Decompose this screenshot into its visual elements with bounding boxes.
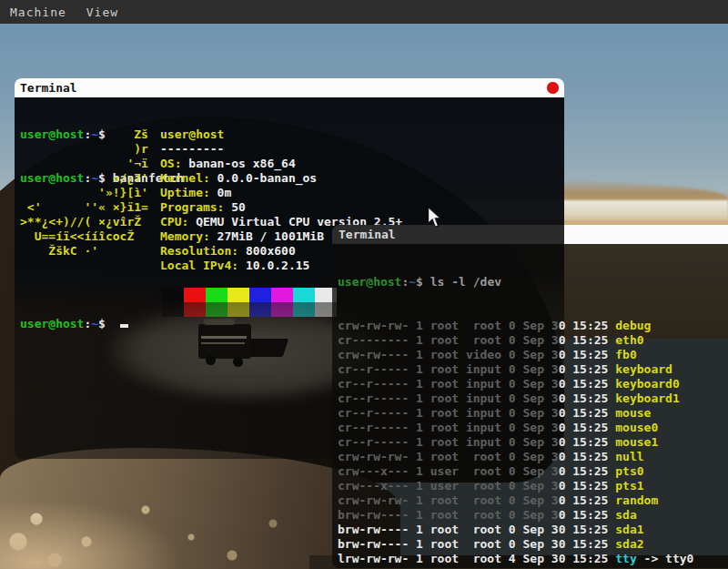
ls-row: brw-rw---- 1 root root 0 Sep 30 15:25 sd… <box>338 523 728 537</box>
fetch-info-line: user@host <box>160 127 402 142</box>
terminal-ls-titlebar[interactable]: Terminal <box>332 225 728 244</box>
ls-row: cr--r----- 1 root input 0 Sep 30 15:25 k… <box>338 362 728 377</box>
terminal-ls-title: Terminal <box>339 228 396 241</box>
palette-row <box>162 302 337 317</box>
vm-menu-bar: Machine View <box>0 0 728 24</box>
fetch-info-line: --------- <box>160 142 402 157</box>
ls-row: lrw-rw-rw- 1 root root 4 Sep 30 15:25 tt… <box>338 552 728 566</box>
wallpaper-light-patch <box>0 499 182 569</box>
terminal-fetch-title: Terminal <box>20 81 77 95</box>
palette-swatch <box>271 302 293 317</box>
menu-machine[interactable]: Machine <box>0 5 76 19</box>
fetch-ascii-art: Zš )r '¬ï «/¿7' '»!}[ì' <' ''« ×}ï1= >**… <box>20 127 148 259</box>
ls-row: cr--r----- 1 root input 0 Sep 30 15:25 k… <box>338 377 728 391</box>
ls-row: crw-rw-rw- 1 root root 0 Sep 30 15:25 de… <box>338 319 728 333</box>
terminal-ls-screen[interactable]: user@host:~$ ls -l /dev crw-rw-rw- 1 roo… <box>332 244 728 568</box>
ls-row: cr--r----- 1 root input 0 Sep 30 15:25 m… <box>338 421 728 435</box>
ls-row: cr--r----- 1 root input 0 Sep 30 15:25 m… <box>338 406 728 421</box>
terminal-window-ls[interactable]: Terminal user@host:~$ ls -l /dev crw-rw-… <box>332 225 728 566</box>
ls-row: cr--r----- 1 root input 0 Sep 30 15:25 k… <box>338 391 728 406</box>
palette-swatch <box>184 302 206 317</box>
palette-swatch <box>293 288 315 302</box>
ls-row: cr--r----- 1 root input 0 Sep 30 15:25 m… <box>338 435 728 450</box>
palette-swatch <box>162 288 184 302</box>
shell-command-line: user@host:~$ ls -l /dev <box>338 275 728 290</box>
shell-prompt-cursor-line: user@host:~$ <box>15 317 128 331</box>
desktop: Terminal user@host:~$ user@host:~$ banan… <box>0 0 728 569</box>
terminal-fetch-titlebar[interactable]: Terminal <box>15 78 564 97</box>
ls-row: crw---x--- 1 user root 0 Sep 30 15:25 pt… <box>338 479 728 493</box>
fetch-info-line: Kernel: 0.0.0-banan_os <box>160 171 402 186</box>
fetch-color-palette <box>162 288 337 317</box>
ls-row: crw-rw---- 1 root video 0 Sep 30 15:25 f… <box>338 348 728 362</box>
ls-row: crw---x--- 1 user root 0 Sep 30 15:25 pt… <box>338 464 728 479</box>
palette-swatch <box>249 302 271 317</box>
ls-row: crw-rw-rw- 1 root root 0 Sep 30 15:25 nu… <box>338 450 728 464</box>
menu-view[interactable]: View <box>76 5 128 19</box>
palette-swatch <box>271 288 293 302</box>
ls-row: crw-rw-rw- 1 root root 0 Sep 30 15:25 ra… <box>338 493 728 508</box>
palette-swatch <box>249 288 271 302</box>
palette-row <box>162 288 337 302</box>
palette-swatch <box>293 302 315 317</box>
ls-row: brw-rw---- 1 root root 0 Sep 30 15:25 sd… <box>338 508 728 523</box>
palette-swatch <box>162 302 184 317</box>
palette-swatch <box>206 288 228 302</box>
mouse-cursor-icon <box>426 206 442 229</box>
fetch-info-line: OS: banan-os x86_64 <box>160 157 402 171</box>
palette-swatch <box>228 302 249 317</box>
text-cursor <box>120 324 128 328</box>
palette-swatch <box>206 302 228 317</box>
palette-swatch <box>228 288 249 302</box>
fetch-info-line: Programs: 50 <box>160 200 402 215</box>
ls-row: brw-rw---- 1 root root 0 Sep 30 15:25 sd… <box>338 537 728 552</box>
ls-row: cr-------- 1 root root 0 Sep 30 15:25 et… <box>338 333 728 348</box>
fetch-info-line: Uptime: 0m <box>160 186 402 200</box>
palette-swatch <box>184 288 206 302</box>
close-button[interactable] <box>547 82 559 94</box>
